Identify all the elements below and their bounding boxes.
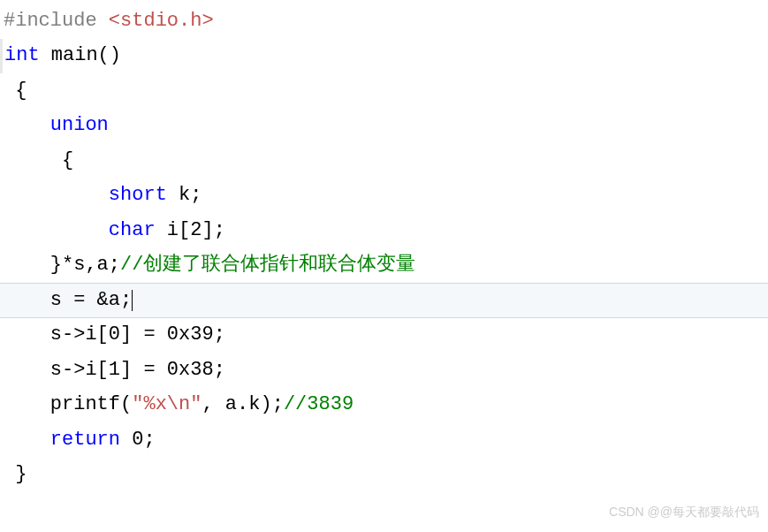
indent <box>4 353 50 388</box>
type-keyword: int <box>4 38 40 73</box>
indent <box>4 387 50 422</box>
string-literal: "%x\n" <box>132 387 202 422</box>
code-line: union <box>0 109 768 144</box>
return-value: 0; <box>120 422 156 458</box>
code-line-current: s = &a; <box>0 283 768 318</box>
code-line: }*s,a;//创建了联合体指针和联合体变量 <box>0 248 768 284</box>
variable-decl: *s,a; <box>62 247 120 283</box>
indent <box>4 422 50 458</box>
statement: s = &a; <box>50 283 132 318</box>
code-line: #include <stdio.h> <box>0 4 768 39</box>
code-line: char i[2]; <box>0 213 768 248</box>
brace: { <box>62 143 73 179</box>
comment: //创建了联合体指针和联合体变量 <box>120 247 415 283</box>
code-line: { <box>0 73 768 109</box>
type-keyword: short <box>109 178 167 213</box>
watermark: CSDN @@每天都要敲代码 <box>609 501 759 523</box>
code-line: s->i[0] = 0x39; <box>0 318 768 353</box>
function-name: main() <box>40 38 121 73</box>
code-line: return 0; <box>0 422 768 458</box>
type-keyword: char <box>109 213 156 248</box>
variable-decl: i[2]; <box>156 213 225 248</box>
union-keyword: union <box>50 108 109 143</box>
indent <box>4 178 109 213</box>
indent <box>4 283 50 318</box>
comment: //3839 <box>284 387 354 422</box>
function-call: printf <box>50 387 120 422</box>
code-line: s->i[1] = 0x38; <box>0 353 768 388</box>
args: , a.k); <box>202 387 283 422</box>
code-line: } <box>0 458 768 493</box>
preprocessor-directive: #include <box>4 4 97 39</box>
brace: } <box>4 457 27 492</box>
code-line: printf("%x\n", a.k);//3839 <box>0 388 768 423</box>
paren: ( <box>120 387 132 422</box>
code-line: short k; <box>0 179 768 214</box>
indent <box>4 247 50 283</box>
statement: s->i[1] = 0x38; <box>50 353 225 388</box>
code-editor[interactable]: #include <stdio.h> int main() { union { … <box>0 4 768 492</box>
return-keyword: return <box>50 422 120 458</box>
indent <box>4 143 62 179</box>
text-cursor <box>132 290 133 311</box>
indent <box>4 108 50 143</box>
brace: } <box>50 247 62 283</box>
variable-decl: k; <box>167 178 202 213</box>
code-line: { <box>0 143 768 179</box>
header-include: <stdio.h> <box>97 4 214 39</box>
indent <box>4 317 50 353</box>
statement: s->i[0] = 0x39; <box>50 317 225 353</box>
brace: { <box>4 73 27 109</box>
indent <box>4 213 109 248</box>
code-line: int main() <box>0 39 768 74</box>
